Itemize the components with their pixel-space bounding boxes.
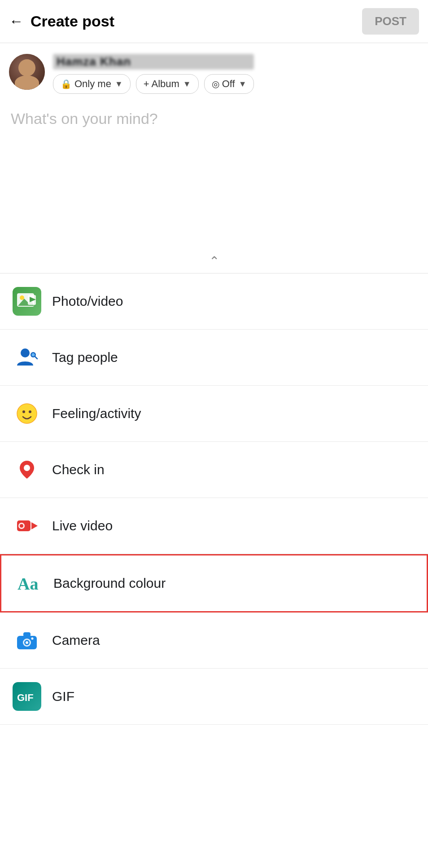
- username: Hamza Khan: [53, 54, 254, 70]
- photo-video-icon: [13, 287, 41, 316]
- instagram-label: Off: [222, 78, 235, 90]
- tag-people-label: Tag people: [52, 350, 118, 365]
- avatar-image: [9, 54, 45, 90]
- bg-colour-svg: Aa: [17, 572, 40, 595]
- pills-row: 🔒 Only me ▼ + Album ▼ ◎ Off ▼: [53, 74, 254, 94]
- svg-marker-16: [31, 522, 38, 529]
- menu-item-feeling[interactable]: Feeling/activity: [0, 386, 428, 442]
- feeling-icon: [13, 399, 41, 428]
- back-button[interactable]: ←: [9, 13, 23, 30]
- gif-label: GIF: [52, 689, 74, 704]
- menu-item-photo-video[interactable]: Photo/video: [0, 273, 428, 330]
- lock-icon: 🔒: [61, 79, 72, 89]
- avatar-body: [15, 75, 39, 90]
- album-label: + Album: [144, 78, 179, 90]
- instagram-chevron-icon: ▼: [239, 79, 247, 89]
- gif-svg: GIF: [15, 685, 39, 708]
- svg-point-5: [21, 348, 30, 357]
- svg-rect-19: [23, 632, 31, 637]
- svg-point-10: [22, 410, 25, 413]
- checkin-svg: [15, 458, 39, 481]
- menu-list: Photo/video Tag people Feeling/activity: [0, 273, 428, 725]
- svg-text:GIF: GIF: [17, 692, 34, 703]
- user-section: Hamza Khan 🔒 Only me ▼ + Album ▼ ◎ Off ▼: [0, 43, 428, 101]
- user-info: Hamza Khan 🔒 Only me ▼ + Album ▼ ◎ Off ▼: [53, 54, 254, 94]
- album-chevron-icon: ▼: [183, 79, 191, 89]
- camera-svg: [15, 629, 39, 652]
- gif-icon: GIF: [13, 682, 41, 711]
- photo-video-svg: [15, 290, 39, 313]
- svg-point-12: [24, 465, 30, 471]
- instagram-icon: ◎: [212, 79, 219, 89]
- tag-people-icon: [13, 343, 41, 372]
- svg-point-22: [26, 641, 28, 644]
- svg-point-7: [32, 353, 35, 357]
- header: ← Create post POST: [0, 0, 428, 43]
- menu-item-background-colour[interactable]: Aa Background colour: [0, 554, 428, 612]
- header-left: ← Create post: [9, 13, 114, 30]
- avatar: [9, 54, 45, 90]
- album-pill[interactable]: + Album ▼: [136, 74, 199, 94]
- composer-placeholder: What's on your mind?: [11, 110, 158, 127]
- svg-text:Aa: Aa: [17, 574, 38, 593]
- privacy-label: Only me: [74, 78, 111, 90]
- privacy-chevron-icon: ▼: [115, 79, 123, 89]
- menu-item-camera[interactable]: Camera: [0, 612, 428, 669]
- privacy-pill[interactable]: 🔒 Only me ▼: [53, 74, 131, 94]
- instagram-pill[interactable]: ◎ Off ▼: [204, 74, 254, 94]
- svg-point-11: [29, 410, 31, 413]
- collapse-chevron[interactable]: ⌃: [0, 245, 428, 273]
- live-video-label: Live video: [52, 518, 113, 533]
- bg-colour-icon: Aa: [14, 569, 43, 598]
- camera-icon: [13, 626, 41, 655]
- menu-item-tag-people[interactable]: Tag people: [0, 330, 428, 386]
- menu-item-gif[interactable]: GIF GIF: [0, 669, 428, 725]
- svg-point-9: [17, 404, 37, 423]
- avatar-face: [18, 59, 35, 76]
- post-composer[interactable]: What's on your mind?: [0, 101, 428, 245]
- checkin-icon: [13, 455, 41, 484]
- svg-point-1: [20, 295, 24, 300]
- svg-line-8: [35, 357, 37, 359]
- svg-point-23: [31, 638, 34, 640]
- page-title: Create post: [31, 13, 114, 30]
- menu-item-checkin[interactable]: Check in: [0, 442, 428, 498]
- feeling-label: Feeling/activity: [52, 406, 141, 421]
- post-button[interactable]: POST: [362, 8, 419, 35]
- camera-label: Camera: [52, 633, 100, 648]
- photo-video-label: Photo/video: [52, 294, 123, 309]
- live-video-icon: [13, 511, 41, 540]
- menu-item-live-video[interactable]: Live video: [0, 498, 428, 554]
- feeling-svg: [15, 402, 39, 425]
- live-video-svg: [15, 514, 39, 538]
- background-colour-label: Background colour: [53, 576, 166, 591]
- svg-point-15: [20, 524, 23, 528]
- tag-people-svg: [15, 346, 39, 369]
- checkin-label: Check in: [52, 462, 105, 477]
